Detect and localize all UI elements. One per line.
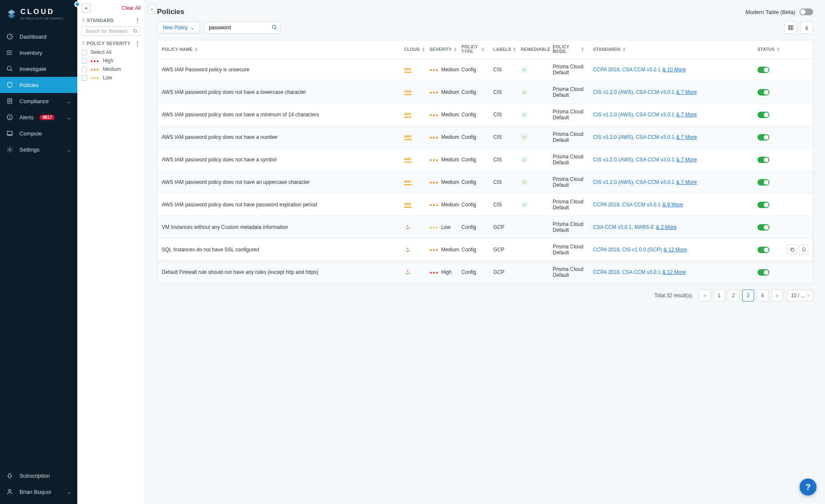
search-icon[interactable] xyxy=(272,25,277,31)
severity-check-high[interactable]: ●●●High xyxy=(82,58,141,64)
more-standards-link[interactable]: & 7 More xyxy=(676,157,697,163)
more-standards-link[interactable]: & 7 More xyxy=(676,89,697,95)
col-remediable[interactable]: REMEDIABLE▲▼ xyxy=(517,45,549,54)
alert-button[interactable] xyxy=(799,245,808,255)
sidebar-collapse-dot[interactable] xyxy=(74,1,80,7)
col-labels[interactable]: LABELS▲▼ xyxy=(489,45,517,54)
next-page-button[interactable]: › xyxy=(771,290,783,301)
standard-menu-icon[interactable]: ⋮ xyxy=(135,17,141,24)
cell-status xyxy=(753,269,783,276)
cell-labels: CIS xyxy=(489,202,517,208)
table-row[interactable]: AWS IAM password policy does not have a … xyxy=(158,126,813,148)
status-toggle[interactable] xyxy=(757,134,769,141)
page-button-1[interactable]: 1 xyxy=(713,290,725,301)
col-policy-type[interactable]: POLICY TYPE▲▼ xyxy=(457,45,489,54)
status-toggle[interactable] xyxy=(757,112,769,118)
panel-collapse-button[interactable]: ‹ xyxy=(148,4,156,14)
more-standards-link[interactable]: & 12 More xyxy=(664,247,687,253)
help-button[interactable]: ? xyxy=(800,479,817,496)
page-size-select[interactable]: 10 / ... xyxy=(787,290,813,301)
svg-point-20 xyxy=(134,29,137,32)
status-toggle[interactable] xyxy=(757,67,769,73)
cell-cloud: aws xyxy=(400,202,425,208)
cell-cloud: aws xyxy=(400,179,425,185)
table-row[interactable]: VM Instances without any Custom metadata… xyxy=(158,216,813,238)
severity-check-medium[interactable]: ●●●Medium xyxy=(82,66,141,72)
brand-subtitle: BY PALO ALTO NETWORKS xyxy=(20,17,63,20)
cell-type: Config xyxy=(457,224,489,230)
cell-mode: Prisma Cloud Default xyxy=(549,244,589,256)
cell-standards: CCPA 2018, CIS v1.0.0 (GCP) & 12 More xyxy=(589,247,753,253)
nav-item-inventory[interactable]: Inventory xyxy=(0,45,77,61)
status-toggle[interactable] xyxy=(757,157,769,163)
more-standards-link[interactable]: & 7 More xyxy=(676,134,697,140)
more-standards-link[interactable]: & 9 More xyxy=(662,202,683,208)
cell-remediable: ✓ xyxy=(517,179,549,186)
download-button[interactable] xyxy=(800,21,813,34)
table-row[interactable]: AWS IAM password policy does not have a … xyxy=(158,148,813,171)
severity-menu-icon[interactable]: ⋮ xyxy=(135,40,141,47)
cell-type: Config xyxy=(457,247,489,253)
cell-severity: ●●●Medium xyxy=(425,247,457,253)
clear-all-button[interactable]: Clear All xyxy=(121,5,141,11)
status-toggle[interactable] xyxy=(757,179,769,186)
nav-item-brian-buquoi[interactable]: Brian Buquoi⌄ xyxy=(0,484,77,500)
severity-dots-icon: ●●● xyxy=(430,180,439,185)
nav-item-compliance[interactable]: Compliance⌄ xyxy=(0,93,77,109)
nav-item-policies[interactable]: Policies xyxy=(0,77,77,93)
more-standards-link[interactable]: & 7 More xyxy=(676,112,697,118)
columns-button[interactable] xyxy=(784,21,797,34)
new-policy-button[interactable]: New Policy ⌄ xyxy=(157,22,200,34)
page-button-2[interactable]: 2 xyxy=(728,290,740,301)
col-status[interactable]: STATUS▲▼ xyxy=(753,45,783,54)
standard-search-input[interactable] xyxy=(82,26,141,36)
page-button-4[interactable]: 4 xyxy=(757,290,769,301)
policies-table: POLICY NAME▲▼ CLOUD▲▼ SEVERITY▲▼ POLICY … xyxy=(157,40,813,284)
select-all-check[interactable]: Select All xyxy=(82,49,141,55)
col-policy-mode[interactable]: POLICY MODE▲▼ xyxy=(549,45,589,54)
severity-check-low[interactable]: ●●●Low xyxy=(82,75,141,81)
nav-item-subscription[interactable]: Subscription xyxy=(0,467,77,484)
cell-cloud: aws xyxy=(400,89,425,95)
nav-item-alerts[interactable]: Alerts9817⌄ xyxy=(0,109,77,125)
status-toggle[interactable] xyxy=(757,269,769,276)
severity-dots-icon: ●●● xyxy=(430,225,439,230)
more-standards-link[interactable]: & 7 More xyxy=(676,179,697,185)
nav-item-settings[interactable]: Settings⌄ xyxy=(0,141,77,158)
table-row[interactable]: AWS IAM password policy does not have an… xyxy=(158,171,813,193)
table-row[interactable]: AWS IAM Password policy is unsecure aws … xyxy=(158,59,813,81)
col-policy-name[interactable]: POLICY NAME▲▼ xyxy=(158,45,400,54)
nav-label: Alerts xyxy=(20,114,34,121)
modern-table-toggle[interactable] xyxy=(800,8,813,15)
page-button-3[interactable]: 3 xyxy=(742,290,754,301)
col-standards[interactable]: STANDARDS▲▼ xyxy=(589,45,753,54)
table-row[interactable]: AWS IAM password policy does not have a … xyxy=(158,103,813,126)
nav-item-dashboard[interactable]: Dashboard xyxy=(0,28,77,45)
col-cloud[interactable]: CLOUD▲▼ xyxy=(400,45,425,54)
filter-section-standard: ⠿STANDARD ⋮ xyxy=(82,17,141,24)
status-toggle[interactable] xyxy=(757,89,769,96)
inventory-icon xyxy=(6,49,14,56)
compute-icon xyxy=(6,130,14,137)
table-row[interactable]: SQL Instances do not have SSL configured… xyxy=(158,238,813,261)
search-input[interactable] xyxy=(204,22,281,34)
brand-logo[interactable]: CLOUD BY PALO ALTO NETWORKS xyxy=(0,0,77,24)
more-standards-link[interactable]: & 12 More xyxy=(662,269,686,275)
table-row[interactable]: AWS IAM password policy does not have pa… xyxy=(158,193,813,216)
status-toggle[interactable] xyxy=(757,224,769,231)
clone-button[interactable] xyxy=(787,245,797,255)
status-toggle[interactable] xyxy=(757,202,769,208)
svg-rect-16 xyxy=(7,131,12,135)
more-standards-link[interactable]: & 2 More xyxy=(656,224,677,230)
table-row[interactable]: Default Firewall rule should not have an… xyxy=(158,261,813,283)
prev-page-button[interactable]: ‹ xyxy=(699,290,711,301)
nav-item-investigate[interactable]: Investigate xyxy=(0,61,77,77)
subscription-icon xyxy=(6,472,14,479)
more-standards-link[interactable]: & 10 More xyxy=(662,67,686,73)
nav-item-compute[interactable]: Compute xyxy=(0,125,77,141)
add-filter-button[interactable]: + xyxy=(82,3,91,13)
status-toggle[interactable] xyxy=(757,247,769,253)
table-row[interactable]: AWS IAM password policy does not have a … xyxy=(158,81,813,103)
col-severity[interactable]: SEVERITY▲▼ xyxy=(425,45,457,54)
cell-actions xyxy=(783,245,813,255)
